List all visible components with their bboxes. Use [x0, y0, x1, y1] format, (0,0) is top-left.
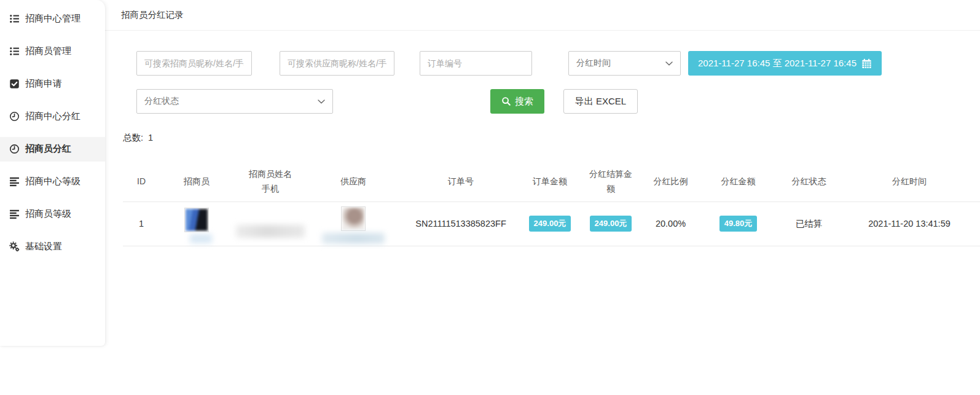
col-header-ratio: 分红比例	[644, 162, 697, 201]
export-excel-button[interactable]: 导出 EXCEL	[563, 89, 638, 114]
sidebar-item-label: 招商员等级	[25, 208, 71, 220]
total-count: 总数:1	[123, 132, 980, 144]
col-header-settle-amount: 分红结算金额	[578, 162, 644, 201]
cell-agent-name-phone	[233, 201, 307, 246]
col-header-time: 分红时间	[839, 162, 980, 201]
sidebar-item-merchant-apply[interactable]: 招商申请	[0, 68, 105, 100]
col-header-agent-name-phone: 招商员姓名手机	[233, 162, 307, 201]
col-header-status: 分红状态	[779, 162, 839, 201]
dividend-amount-badge: 49.80元	[719, 216, 758, 232]
search-button[interactable]: 搜索	[490, 89, 544, 114]
sidebar-item-merchant-center-mgmt[interactable]: 招商中心管理	[0, 2, 105, 35]
agent-search-input[interactable]	[136, 51, 252, 76]
export-button-label: 导出 EXCEL	[575, 96, 626, 106]
dividend-records-table: ID 招商员 招商员姓名手机 供应商 订单号 订单金额 分红结算金额 分红比例 …	[123, 162, 980, 246]
chevron-down-icon	[665, 61, 673, 66]
agent-avatar	[184, 208, 209, 232]
filters-panel: 分红时间 2021-11-27 16:45 至 2021-11-27 16:45	[105, 31, 980, 114]
sidebar-item-agent-dividend[interactable]: 招商员分红	[0, 133, 105, 165]
cell-order-no: SN21111513385823FF	[399, 201, 522, 246]
cell-supplier	[307, 201, 399, 246]
cell-order-amount: 249.00元	[522, 201, 578, 246]
table-header-row: ID 招商员 招商员姓名手机 供应商 订单号 订单金额 分红结算金额 分红比例 …	[123, 162, 980, 201]
table-row: 1	[123, 201, 980, 246]
date-range-text: 2021-11-27 16:45 至 2021-11-27 16:45	[698, 58, 857, 69]
sidebar-item-center-level[interactable]: 招商中心等级	[0, 165, 105, 198]
main-content: 招商员分红记录 分红时间 2021-11-27 16:45 至 2021-11-…	[105, 0, 980, 346]
gears-icon	[9, 241, 20, 252]
filter-row-2: 分红状态 搜索 导出 EXCEL	[136, 89, 980, 114]
sidebar-item-agent-mgmt[interactable]: 招商员管理	[0, 35, 105, 68]
sidebar: 招商中心管理 招商员管理 招商申请 招商中心分红 招商员分红	[0, 0, 105, 346]
total-count-value: 1	[148, 133, 153, 143]
col-header-id: ID	[123, 162, 160, 201]
page-title: 招商员分红记录	[121, 9, 184, 21]
sidebar-item-agent-level[interactable]: 招商员等级	[0, 198, 105, 230]
cell-dividend-amount: 49.80元	[697, 201, 779, 246]
align-bars-icon	[9, 209, 20, 219]
cell-ratio: 20.00%	[644, 201, 697, 246]
sidebar-item-label: 招商中心等级	[25, 176, 80, 187]
sidebar-item-center-dividend[interactable]: 招商中心分红	[0, 100, 105, 133]
col-header-order-amount: 订单金额	[522, 162, 578, 201]
sidebar-item-label: 基础设置	[25, 241, 62, 252]
search-button-label: 搜索	[515, 96, 533, 108]
calendar-icon	[861, 58, 872, 69]
order-amount-badge: 249.00元	[529, 216, 571, 232]
supplier-name-blurred	[322, 233, 385, 244]
sidebar-item-label: 招商员管理	[25, 45, 71, 57]
check-square-icon	[9, 79, 20, 89]
list-icon	[9, 46, 20, 57]
chevron-down-icon	[318, 100, 325, 104]
total-count-label: 总数:	[123, 133, 143, 143]
dividend-time-select-value: 分红时间	[576, 58, 611, 69]
order-no-input[interactable]	[420, 51, 532, 76]
cell-settle-amount: 249.00元	[578, 201, 644, 246]
content-header: 招商员分红记录	[105, 0, 980, 31]
agent-name-blurred	[190, 234, 212, 243]
supplier-search-input[interactable]	[280, 51, 394, 76]
dividend-time-select[interactable]: 分红时间	[568, 51, 681, 76]
agent-name-phone-blurred	[236, 225, 305, 238]
cell-agent	[160, 201, 233, 246]
col-header-dividend-amount: 分红金额	[697, 162, 779, 201]
cell-status: 已结算	[779, 201, 839, 246]
col-header-order-no: 订单号	[399, 162, 522, 201]
clock-icon	[9, 111, 20, 122]
dividend-status-select[interactable]: 分红状态	[136, 89, 333, 114]
sidebar-item-label: 招商申请	[25, 78, 62, 90]
sidebar-item-label: 招商中心分红	[25, 111, 80, 122]
date-range-button[interactable]: 2021-11-27 16:45 至 2021-11-27 16:45	[688, 51, 882, 76]
cell-time: 2021-11-20 13:41:59	[839, 201, 980, 246]
clock-icon	[9, 144, 20, 154]
filter-row-1: 分红时间 2021-11-27 16:45 至 2021-11-27 16:45	[136, 51, 980, 76]
app-root: 招商中心管理 招商员管理 招商申请 招商中心分红 招商员分红	[0, 0, 980, 346]
col-header-agent: 招商员	[160, 162, 233, 201]
settle-amount-badge: 249.00元	[590, 216, 632, 232]
sidebar-item-label: 招商员分红	[25, 143, 71, 155]
cell-id: 1	[123, 201, 160, 246]
sidebar-item-basic-settings[interactable]: 基础设置	[0, 230, 105, 263]
supplier-avatar	[341, 206, 366, 231]
col-header-supplier: 供应商	[307, 162, 399, 201]
dividend-status-select-value: 分红状态	[144, 96, 179, 107]
sidebar-item-label: 招商中心管理	[25, 13, 80, 25]
search-icon	[501, 96, 511, 106]
align-bars-icon	[9, 176, 20, 187]
list-icon	[9, 14, 20, 24]
